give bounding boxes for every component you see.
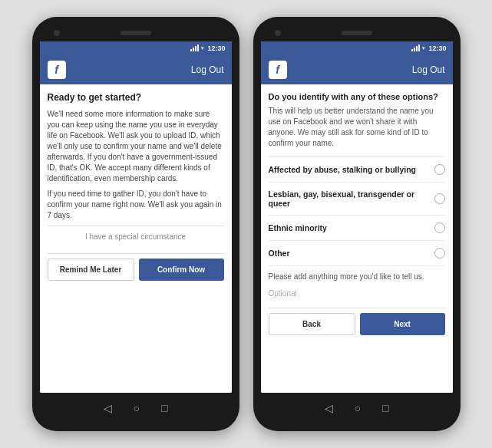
speaker-right (342, 31, 372, 35)
ready-title: Ready to get started? (48, 92, 224, 103)
logout-button-right[interactable]: Log Out (412, 64, 445, 75)
signal-icon-left (190, 45, 199, 51)
back-nav-icon-right[interactable]: ◁ (325, 402, 333, 414)
scene: ▾ 12:30 f Log Out Ready to get started? … (32, 17, 461, 431)
recent-nav-icon-left[interactable]: □ (161, 402, 167, 414)
special-circumstance-link[interactable]: I have a special circumstance (48, 226, 224, 247)
status-icons-right: ▾ (411, 45, 425, 51)
phone-bottom-right: ◁ ○ □ (261, 393, 453, 423)
home-nav-icon-right[interactable]: ○ (355, 402, 361, 414)
screen-left: ▾ 12:30 f Log Out Ready to get started? … (40, 41, 232, 393)
option-row-other[interactable]: Other (269, 241, 445, 266)
option-label-abuse: Affected by abuse, stalking or bullying (269, 165, 417, 174)
options-list: Affected by abuse, stalking or bullying … (269, 156, 445, 266)
paragraph-2: If you need time to gather ID, you don't… (48, 189, 224, 221)
radio-abuse[interactable] (434, 164, 445, 175)
status-bar-left: ▾ 12:30 (40, 41, 232, 55)
radio-other[interactable] (434, 248, 445, 259)
action-buttons-left: Remind Me Later Confirm Now (48, 253, 224, 281)
option-label-other: Other (269, 249, 290, 258)
content-right: Do you identify with any of these option… (261, 84, 453, 393)
radio-ethnic[interactable] (434, 222, 445, 233)
option-label-lgbtq: Lesbian, gay, bisexual, transgender or q… (269, 189, 434, 208)
next-button[interactable]: Next (360, 313, 445, 335)
phone-top-left (40, 25, 232, 41)
fb-logo-right: f (269, 61, 287, 79)
paragraph-1: We'll need some more information to make… (48, 109, 224, 184)
question-desc: This will help us better understand the … (269, 106, 445, 149)
phone-top-right (261, 25, 453, 41)
status-icons-left: ▾ (190, 45, 204, 51)
nav-buttons-right: Back Next (269, 308, 445, 335)
confirm-now-button[interactable]: Confirm Now (139, 259, 224, 281)
signal-icon-right (411, 45, 420, 51)
status-bar-right: ▾ 12:30 (261, 41, 453, 55)
wifi-icon-left: ▾ (201, 45, 204, 51)
speaker-left (121, 31, 151, 35)
recent-nav-icon-right[interactable]: □ (382, 402, 388, 414)
phone-right: ▾ 12:30 f Log Out Do you identify with a… (253, 17, 461, 431)
option-label-ethnic: Ethnic minority (269, 223, 327, 232)
fb-logo-left: f (48, 61, 66, 79)
optional-label: Optional (269, 285, 445, 301)
front-camera-left (54, 30, 60, 36)
app-header-left: f Log Out (40, 55, 232, 84)
option-row-lgbtq[interactable]: Lesbian, gay, bisexual, transgender or q… (269, 183, 445, 216)
back-button[interactable]: Back (269, 313, 355, 335)
phone-bottom-left: ◁ ○ □ (40, 393, 232, 423)
time-right: 12:30 (428, 44, 446, 52)
phone-left: ▾ 12:30 f Log Out Ready to get started? … (32, 17, 239, 431)
option-row-abuse[interactable]: Affected by abuse, stalking or bullying (269, 156, 445, 183)
front-camera-right (275, 30, 281, 36)
radio-lgbtq[interactable] (434, 193, 445, 204)
home-nav-icon-left[interactable]: ○ (134, 402, 140, 414)
question-title: Do you identify with any of these option… (269, 92, 445, 101)
time-left: 12:30 (207, 44, 225, 52)
app-header-right: f Log Out (261, 55, 453, 84)
screen-right: ▾ 12:30 f Log Out Do you identify with a… (261, 41, 453, 393)
content-left: Ready to get started? We'll need some mo… (40, 84, 232, 393)
option-row-ethnic[interactable]: Ethnic minority (269, 216, 445, 241)
remind-later-button[interactable]: Remind Me Later (48, 259, 134, 281)
add-more-text: Please add anything more you'd like to t… (269, 272, 445, 281)
logout-button-left[interactable]: Log Out (191, 64, 224, 75)
back-nav-icon-left[interactable]: ◁ (104, 402, 112, 414)
wifi-icon-right: ▾ (422, 45, 425, 51)
